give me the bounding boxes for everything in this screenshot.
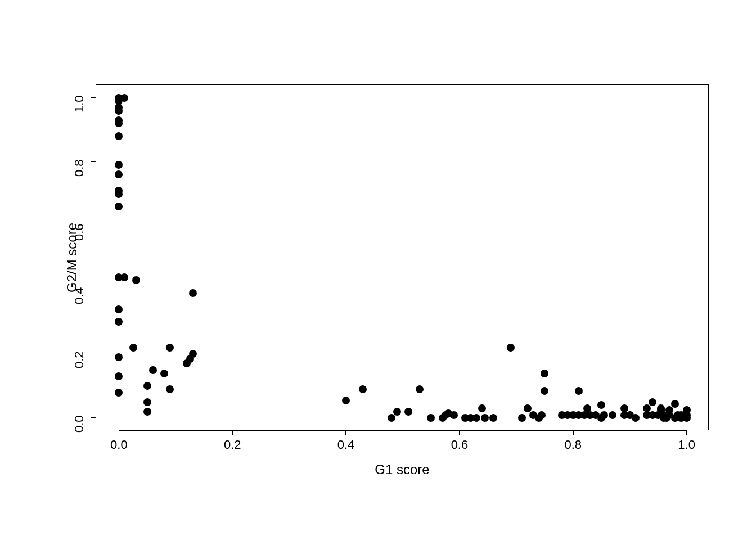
data-point <box>683 411 691 419</box>
data-point <box>478 404 486 412</box>
data-point <box>120 94 128 102</box>
data-point <box>160 370 168 377</box>
x-tick <box>459 430 460 435</box>
data-point <box>120 273 128 281</box>
data-point <box>472 414 480 422</box>
y-tick-label: 0.2 <box>72 352 87 369</box>
data-point <box>427 414 435 422</box>
data-point <box>342 397 350 404</box>
data-point <box>132 276 140 284</box>
data-point <box>143 382 151 390</box>
y-tick-label: 1.0 <box>72 95 87 112</box>
data-point <box>115 305 123 313</box>
data-point <box>481 414 489 422</box>
data-point <box>143 408 151 416</box>
x-tick-label: 1.0 <box>678 438 695 452</box>
data-point <box>541 387 548 395</box>
data-point <box>575 387 583 395</box>
x-tick <box>119 430 120 435</box>
y-tick-label: 0.8 <box>72 159 87 177</box>
data-point <box>507 344 515 352</box>
data-point <box>416 385 424 393</box>
data-point <box>597 401 605 409</box>
data-point <box>166 385 174 393</box>
data-point <box>115 389 123 397</box>
x-tick <box>232 430 233 435</box>
data-point <box>393 408 401 416</box>
x-tick-label: 0.6 <box>451 438 469 452</box>
data-point <box>600 411 608 419</box>
data-point <box>189 350 197 358</box>
data-point <box>129 344 137 352</box>
data-point <box>541 370 548 377</box>
data-point <box>671 400 679 408</box>
x-axis-label: G1 score <box>375 462 429 478</box>
data-point <box>115 187 123 195</box>
x-tick-label: 0.8 <box>564 438 582 452</box>
data-point <box>115 202 123 210</box>
data-point <box>149 366 157 374</box>
x-tick-label: 0.4 <box>338 438 355 452</box>
data-point <box>143 398 151 406</box>
x-axis-line <box>119 430 686 431</box>
x-tick-label: 0.2 <box>224 438 241 452</box>
data-point <box>166 344 174 352</box>
y-tick-label: 0.4 <box>72 287 87 305</box>
x-tick <box>345 430 346 435</box>
data-point <box>450 411 458 419</box>
data-point <box>404 408 412 416</box>
y-tick-label: 0.6 <box>72 223 87 241</box>
data-point <box>632 414 640 422</box>
x-tick <box>686 430 687 435</box>
y-tick-label: 0.0 <box>72 416 87 433</box>
data-point <box>115 170 123 178</box>
data-point <box>189 289 197 297</box>
data-point <box>115 318 123 326</box>
data-point <box>609 411 616 419</box>
plot-area: G1 score G2/M score 0.00.20.40.60.81.00.… <box>96 84 709 430</box>
data-point <box>115 161 123 169</box>
data-point <box>359 385 367 393</box>
y-axis-line <box>96 98 97 418</box>
data-point <box>115 372 123 380</box>
data-point <box>388 414 395 422</box>
data-point <box>489 414 497 422</box>
data-point <box>649 398 656 406</box>
data-point <box>518 414 526 422</box>
data-point <box>115 353 123 361</box>
data-point <box>115 132 123 140</box>
x-tick-label: 0.0 <box>110 438 128 452</box>
x-tick <box>573 430 574 435</box>
data-point <box>538 411 546 419</box>
data-point <box>115 116 123 124</box>
scatter-chart: G1 score G2/M score 0.00.20.40.60.81.00.… <box>0 0 756 540</box>
